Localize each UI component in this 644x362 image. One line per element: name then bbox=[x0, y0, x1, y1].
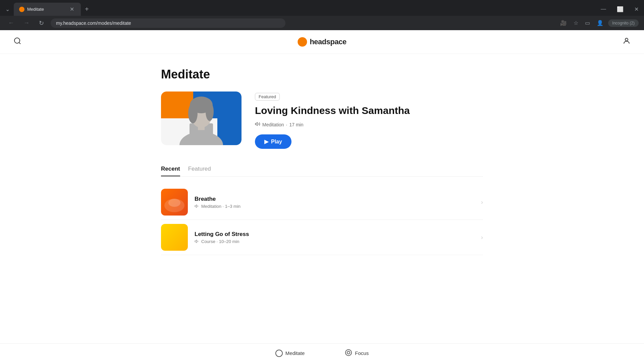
focus-nav-label: Focus bbox=[355, 350, 369, 356]
incognito-badge[interactable]: Incognito (2) bbox=[608, 19, 639, 27]
play-icon: ▶ bbox=[264, 138, 268, 145]
svg-marker-10 bbox=[255, 122, 257, 125]
stress-meta: Course · 10–20 min bbox=[195, 239, 474, 244]
maximize-button[interactable]: ⬜ bbox=[611, 4, 629, 14]
play-label: Play bbox=[271, 139, 282, 145]
meditation-list: Breathe Meditation · 1–3 min › Letting bbox=[161, 185, 483, 255]
featured-badge: Featured bbox=[255, 93, 280, 101]
focus-nav-icon bbox=[345, 349, 352, 357]
svg-marker-14 bbox=[195, 240, 197, 243]
play-button[interactable]: ▶ Play bbox=[255, 134, 291, 149]
logo-text: headspace bbox=[310, 38, 346, 46]
stress-title: Letting Go of Stress bbox=[195, 231, 474, 238]
page-title: Meditate bbox=[161, 67, 483, 81]
close-window-button[interactable]: ✕ bbox=[629, 4, 644, 14]
featured-duration: 17 min bbox=[289, 122, 303, 127]
featured-meta: Meditation · 17 min bbox=[255, 121, 483, 128]
minimize-button[interactable]: — bbox=[595, 4, 611, 14]
svg-line-1 bbox=[19, 43, 20, 44]
url-text: my.headspace.com/modes/meditate bbox=[56, 20, 131, 26]
svg-point-0 bbox=[14, 38, 20, 43]
new-tab-button[interactable]: + bbox=[82, 4, 92, 14]
breathe-meta: Meditation · 1–3 min bbox=[195, 204, 474, 209]
logo-circle bbox=[298, 37, 307, 47]
search-button[interactable] bbox=[13, 37, 21, 47]
active-tab[interactable]: Meditate ✕ bbox=[14, 3, 81, 16]
tabs-bar: Recent Featured bbox=[161, 166, 483, 177]
svg-point-15 bbox=[345, 350, 352, 356]
featured-card: Featured Loving Kindness with Samantha M… bbox=[161, 92, 483, 149]
nav-focus[interactable]: Focus bbox=[345, 349, 369, 357]
tab-featured[interactable]: Featured bbox=[188, 166, 211, 176]
meditate-nav-label: Meditate bbox=[285, 350, 305, 356]
svg-point-12 bbox=[168, 199, 180, 207]
profile-icon[interactable]: 👤 bbox=[595, 18, 605, 28]
stress-chevron-icon: › bbox=[481, 234, 483, 241]
tab-favicon bbox=[19, 7, 24, 12]
url-bar[interactable]: my.headspace.com/modes/meditate bbox=[51, 18, 285, 28]
breathe-thumbnail bbox=[161, 189, 188, 216]
breathe-chevron-icon: › bbox=[481, 199, 483, 206]
back-button[interactable]: ← bbox=[5, 18, 17, 28]
camera-off-icon: 🎥 bbox=[558, 18, 569, 28]
split-view-icon[interactable]: ▭ bbox=[583, 18, 592, 28]
tab-close-icon[interactable]: ✕ bbox=[68, 5, 75, 13]
svg-point-2 bbox=[625, 38, 628, 41]
refresh-button[interactable]: ↻ bbox=[36, 18, 47, 28]
meditate-nav-icon bbox=[275, 350, 283, 357]
svg-marker-13 bbox=[195, 205, 197, 207]
svg-point-7 bbox=[188, 103, 198, 123]
featured-info: Featured Loving Kindness with Samantha M… bbox=[255, 92, 483, 149]
svg-point-16 bbox=[347, 351, 350, 354]
tab-title: Meditate bbox=[27, 7, 66, 12]
forward-button[interactable]: → bbox=[21, 18, 32, 28]
featured-title: Loving Kindness with Samantha bbox=[255, 105, 483, 117]
bottom-nav: Meditate Focus bbox=[0, 343, 644, 362]
bookmark-icon[interactable]: ☆ bbox=[572, 18, 580, 28]
svg-point-8 bbox=[206, 102, 214, 121]
meditation-icon bbox=[255, 121, 260, 128]
tab-recent[interactable]: Recent bbox=[161, 166, 180, 176]
stress-thumbnail bbox=[161, 224, 188, 251]
svg-rect-9 bbox=[198, 125, 205, 130]
list-item[interactable]: Breathe Meditation · 1–3 min › bbox=[161, 185, 483, 220]
breathe-info: Breathe Meditation · 1–3 min bbox=[195, 196, 474, 209]
featured-type: Meditation bbox=[262, 122, 284, 127]
list-item[interactable]: Letting Go of Stress Course · 10–20 min … bbox=[161, 220, 483, 255]
logo[interactable]: headspace bbox=[298, 37, 346, 47]
breathe-title: Breathe bbox=[195, 196, 474, 202]
tab-dropdown[interactable]: ⌄ bbox=[3, 3, 12, 15]
profile-button[interactable] bbox=[623, 37, 631, 47]
featured-image bbox=[161, 92, 241, 145]
stress-info: Letting Go of Stress Course · 10–20 min bbox=[195, 231, 474, 244]
nav-meditate[interactable]: Meditate bbox=[275, 350, 305, 357]
